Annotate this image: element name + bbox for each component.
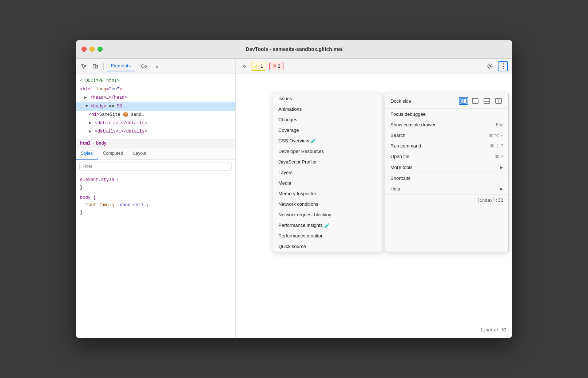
- more-tools-label: More tools: [390, 165, 413, 170]
- settings-button[interactable]: [485, 61, 495, 71]
- svg-rect-7: [484, 98, 490, 103]
- device-toolbar-button[interactable]: [90, 61, 100, 71]
- dom-tree: <!DOCTYPE html> <html lang="en"> ▶ <head…: [76, 74, 235, 139]
- menu-show-console-drawer[interactable]: Show console drawer Esc: [385, 119, 508, 130]
- warning-count: 1: [261, 64, 263, 69]
- window-title: DevTools - samesite-sandbox.glitch.me/: [246, 46, 342, 52]
- css-prop-font-family: font-family: sans-seri…;: [80, 201, 231, 209]
- tab-separator: [103, 63, 104, 70]
- dom-head[interactable]: ▶ <head>…</head>: [76, 94, 235, 102]
- dock-side-label: Dock side: [390, 98, 411, 104]
- styles-panel: Styles Computed Layout element.style { }…: [76, 148, 235, 338]
- more-tools-submenu: Issues Animations Changes Coverage CSS O…: [273, 93, 382, 252]
- css-rule-element: element.style {: [80, 176, 231, 184]
- more-tools-item-performance-insights[interactable]: Performance insights 🧪: [273, 220, 382, 231]
- dom-html[interactable]: <html lang="en">: [76, 85, 235, 94]
- more-tools-item-issues[interactable]: Issues: [273, 93, 382, 104]
- svg-rect-0: [93, 64, 96, 68]
- index-reference: (index):32: [480, 327, 506, 332]
- close-button[interactable]: [82, 47, 87, 52]
- breadcrumb: html › body: [76, 139, 235, 148]
- more-tools-item-layers[interactable]: Layers: [273, 167, 382, 178]
- css-rule-close2: }: [80, 209, 231, 216]
- inspect-element-button[interactable]: [79, 61, 89, 71]
- devtools-body: Elements Co » <!DOCTYPE html> <html lang…: [76, 59, 512, 338]
- menu-more-tools[interactable]: More tools ▶: [385, 162, 508, 173]
- css-rule-body: body {: [80, 194, 231, 201]
- more-tools-item-developer-resources[interactable]: Developer Resources: [273, 146, 382, 157]
- index-ref-label: (index):32: [477, 198, 503, 203]
- more-tools-item-network-conditions[interactable]: Network conditions: [273, 199, 382, 209]
- svg-rect-9: [496, 98, 501, 103]
- breadcrumb-body[interactable]: body: [96, 141, 107, 146]
- more-tools-item-memory-inspector[interactable]: Memory Inspector: [273, 188, 382, 199]
- right-toolbar: » ⚠ 1 ✕ 2 ⋮: [236, 59, 512, 74]
- more-tools-item-javascript-profiler[interactable]: JavaScript Profiler: [273, 157, 382, 167]
- more-tools-item-animations[interactable]: Animations: [273, 104, 382, 114]
- more-tools-item-quick-source[interactable]: Quick source: [273, 241, 382, 252]
- more-tools-item-changes[interactable]: Changes: [273, 114, 382, 125]
- titlebar: DevTools - samesite-sandbox.glitch.me/: [76, 40, 512, 59]
- help-label: Help: [390, 186, 400, 192]
- dock-undocked-button[interactable]: [470, 97, 480, 105]
- svg-rect-6: [472, 98, 478, 103]
- menu-search[interactable]: Search ⌘ ⌥ F: [385, 130, 508, 141]
- menu-shortcuts[interactable]: Shortcuts: [385, 173, 508, 184]
- tabs-bar: Elements Co »: [76, 59, 235, 74]
- filter-input[interactable]: [79, 162, 232, 171]
- dom-doctype: <!DOCTYPE html>: [76, 77, 235, 85]
- main-menu: Dock side: [385, 93, 509, 252]
- dock-right-button[interactable]: [494, 97, 503, 105]
- index-ref-row: (index):32: [385, 194, 508, 205]
- more-options-button[interactable]: ⋮: [498, 61, 508, 71]
- tab-co[interactable]: Co: [136, 61, 151, 71]
- more-tools-arrow: ▶: [500, 165, 503, 169]
- shortcuts-label: Shortcuts: [390, 176, 410, 181]
- devtools-window: DevTools - samesite-sandbox.glitch.me/: [76, 40, 512, 338]
- menu-focus-debuggee[interactable]: Focus debuggee: [385, 109, 508, 119]
- tab-elements[interactable]: Elements: [107, 61, 135, 71]
- warning-icon: ⚠: [254, 63, 259, 69]
- dock-side-row: Dock side: [385, 93, 508, 109]
- css-rules: element.style { } body { font-family: sa…: [76, 173, 235, 219]
- error-count: 2: [278, 64, 281, 69]
- css-rule-close1: }: [80, 184, 231, 191]
- filter-bar: [76, 160, 235, 173]
- panel-overflow-button[interactable]: »: [240, 61, 248, 71]
- dock-bottom-button[interactable]: [482, 97, 492, 105]
- minimize-button[interactable]: [90, 47, 95, 52]
- traffic-lights: [82, 47, 103, 52]
- more-tools-item-coverage[interactable]: Coverage: [273, 125, 382, 135]
- tab-computed[interactable]: Computed: [98, 148, 128, 160]
- left-panel: Elements Co » <!DOCTYPE html> <html lang…: [76, 59, 236, 338]
- help-arrow: ▶: [500, 187, 503, 191]
- svg-point-2: [489, 65, 491, 67]
- dom-details2[interactable]: ▶ <details>…</details>: [76, 127, 235, 136]
- tab-layout[interactable]: Layout: [128, 148, 151, 160]
- dropdowns-container: Issues Animations Changes Coverage CSS O…: [273, 93, 509, 252]
- warning-badge[interactable]: ⚠ 1: [251, 62, 266, 71]
- maximize-button[interactable]: [98, 47, 103, 52]
- error-icon: ✕: [273, 63, 277, 69]
- menu-run-command[interactable]: Run command ⌘ ⇧ P: [385, 141, 508, 151]
- styles-tabs: Styles Computed Layout: [76, 148, 235, 160]
- tabs-overflow-button[interactable]: »: [153, 62, 162, 71]
- more-tools-item-css-overview[interactable]: CSS Overview 🧪: [273, 135, 382, 146]
- dom-body[interactable]: … ▼ <body> == $0: [76, 102, 235, 111]
- dock-icons: [459, 97, 503, 105]
- dom-details1[interactable]: ▶ <details>…</details>: [76, 119, 235, 127]
- more-tools-item-network-request-blocking[interactable]: Network request blocking: [273, 209, 382, 220]
- dom-h1[interactable]: <h1>SameSite 🍪 sand…: [76, 111, 235, 119]
- svg-rect-4: [461, 98, 463, 103]
- menu-open-file[interactable]: Open file ⌘ P: [385, 151, 508, 162]
- breadcrumb-html[interactable]: html: [80, 141, 91, 146]
- error-badge[interactable]: ✕ 2: [269, 62, 284, 70]
- tab-styles[interactable]: Styles: [76, 148, 98, 160]
- svg-rect-1: [96, 65, 98, 68]
- menu-help[interactable]: Help ▶: [385, 184, 508, 194]
- dock-left-button[interactable]: [459, 97, 468, 105]
- more-tools-item-performance-monitor[interactable]: Performance monitor: [273, 231, 382, 241]
- more-tools-item-media[interactable]: Media: [273, 178, 382, 188]
